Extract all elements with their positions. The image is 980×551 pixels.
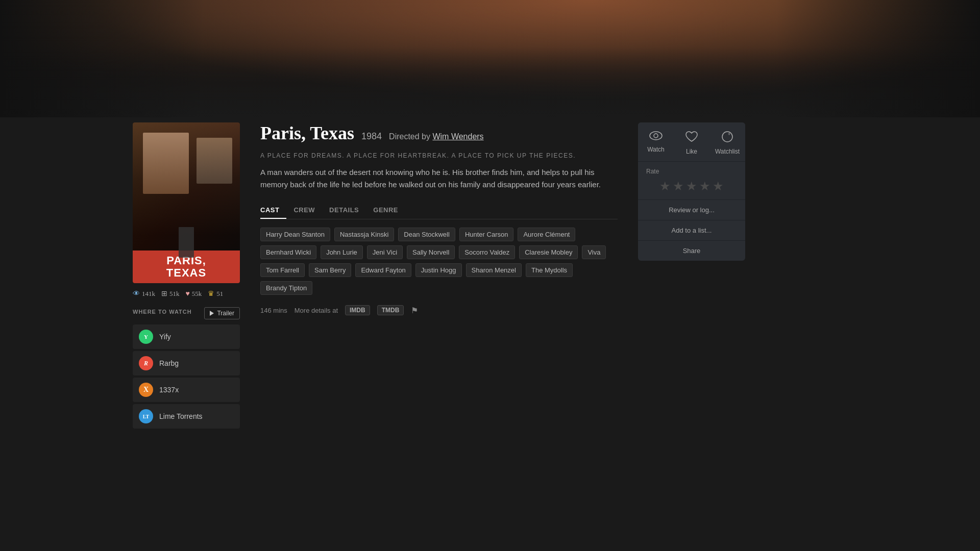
star-3[interactable]: ★ bbox=[686, 179, 697, 193]
cast-tags: Harry Dean Stanton Nastassja Kinski Dean… bbox=[260, 228, 618, 295]
cast-tag[interactable]: Dean Stockwell bbox=[398, 228, 455, 241]
watch-button[interactable]: Watch bbox=[638, 122, 674, 161]
stats-bar: 👁 141k ⊞ 51k ♥ 55k ♛ 51 bbox=[133, 289, 240, 298]
like-count: ♥ 55k bbox=[186, 290, 202, 298]
directed-by: Directed by Wim Wenders bbox=[389, 132, 484, 141]
share-button[interactable]: Share bbox=[638, 241, 745, 261]
svg-point-2 bbox=[722, 132, 732, 142]
star-4[interactable]: ★ bbox=[699, 179, 710, 193]
right-column: Watch Like + bbox=[638, 122, 745, 551]
cast-tag[interactable]: The Mydolls bbox=[526, 263, 573, 277]
watch-icon bbox=[649, 131, 663, 143]
flag-icon[interactable]: ⚑ bbox=[411, 306, 418, 315]
yify-name: Yify bbox=[159, 333, 171, 341]
lime-logo: LT bbox=[139, 409, 153, 423]
movie-year: 1984 bbox=[361, 131, 382, 142]
review-button[interactable]: Review or log... bbox=[638, 200, 745, 220]
svg-point-0 bbox=[650, 132, 662, 140]
watchlist-button[interactable]: + Watchlist bbox=[709, 122, 745, 161]
watch-count: 👁 141k bbox=[133, 290, 155, 298]
cast-tag[interactable]: Socorro Valdez bbox=[459, 245, 515, 259]
tab-cast[interactable]: CAST bbox=[260, 203, 286, 219]
rarbg-logo: R bbox=[139, 356, 153, 370]
watch-label: Watch bbox=[647, 146, 665, 153]
watchlist-icon: + bbox=[721, 131, 734, 145]
cast-tag[interactable]: Sally Norvell bbox=[407, 245, 455, 259]
cast-tag[interactable]: Claresie Mobley bbox=[519, 245, 578, 259]
cast-tag[interactable]: Harry Dean Stanton bbox=[260, 228, 330, 241]
eye-icon: 👁 bbox=[133, 290, 140, 298]
tmdb-badge[interactable]: TMDB bbox=[377, 305, 404, 315]
movie-poster: PARIS, TEXAS bbox=[133, 122, 240, 283]
action-buttons-row: Watch Like + bbox=[638, 122, 745, 162]
like-icon bbox=[685, 131, 698, 145]
cast-tag[interactable]: Hunter Carson bbox=[459, 228, 514, 241]
grid-icon: ⊞ bbox=[161, 289, 167, 298]
1337x-logo: X bbox=[139, 383, 153, 397]
cast-tag[interactable]: Jeni Vici bbox=[367, 245, 403, 259]
star-1[interactable]: ★ bbox=[659, 179, 671, 193]
service-lime[interactable]: LT Lime Torrents bbox=[133, 404, 240, 429]
runtime: 146 mins bbox=[260, 307, 287, 314]
main-content: PARIS, TEXAS 👁 141k ⊞ 51k ♥ 55k ♛ 51 bbox=[0, 122, 980, 551]
title-row: Paris, Texas 1984 Directed by Wim Wender… bbox=[260, 122, 618, 144]
svg-text:+: + bbox=[728, 132, 730, 137]
where-to-watch-section: WHERE TO WATCH Trailer Y Yify R Rarbg X … bbox=[133, 308, 240, 429]
fan-count: ♛ 51 bbox=[208, 289, 223, 298]
cast-tag[interactable]: Sharon Menzel bbox=[466, 263, 522, 277]
rarbg-name: Rarbg bbox=[159, 359, 179, 367]
where-header: WHERE TO WATCH Trailer bbox=[133, 308, 240, 319]
cast-tag[interactable]: Tom Farrell bbox=[260, 263, 305, 277]
tab-crew[interactable]: CREW bbox=[293, 203, 322, 219]
trailer-button[interactable]: Trailer bbox=[204, 307, 240, 319]
movie-meta: 146 mins More details at IMDB TMDB ⚑ bbox=[260, 305, 618, 315]
where-label: WHERE TO WATCH bbox=[133, 309, 192, 315]
cast-tag[interactable]: Brandy Tipton bbox=[260, 281, 312, 295]
poster-image: PARIS, TEXAS bbox=[133, 122, 240, 283]
service-1337x[interactable]: X 1337x bbox=[133, 378, 240, 402]
cast-tag[interactable]: Aurore Clément bbox=[518, 228, 575, 241]
svg-point-1 bbox=[654, 134, 658, 138]
more-details-label: More details at bbox=[295, 307, 338, 314]
movie-title: Paris, Texas bbox=[260, 122, 354, 144]
watchlist-label: Watchlist bbox=[715, 148, 740, 155]
cast-tag[interactable]: Justin Hogg bbox=[415, 263, 462, 277]
tab-genre[interactable]: GENRE bbox=[373, 203, 405, 219]
tagline: A PLACE FOR DREAMS. A PLACE FOR HEARTBRE… bbox=[260, 152, 618, 159]
cast-tag[interactable]: Nastassja Kinski bbox=[334, 228, 394, 241]
side-overlay-right bbox=[776, 0, 980, 117]
rate-section: Rate ★ ★ ★ ★ ★ bbox=[638, 162, 745, 200]
side-overlay-left bbox=[0, 0, 204, 117]
heart-icon: ♥ bbox=[186, 290, 190, 298]
director-link[interactable]: Wim Wenders bbox=[432, 132, 483, 141]
star-5[interactable]: ★ bbox=[713, 179, 724, 193]
cast-tag[interactable]: Viva bbox=[582, 245, 606, 259]
service-yify[interactable]: Y Yify bbox=[133, 324, 240, 349]
cast-tag[interactable]: Bernhard Wicki bbox=[260, 245, 316, 259]
lime-name: Lime Torrents bbox=[159, 412, 203, 420]
yify-logo: Y bbox=[139, 330, 153, 344]
1337x-name: 1337x bbox=[159, 386, 179, 394]
crown-icon: ♛ bbox=[208, 289, 214, 298]
star-2[interactable]: ★ bbox=[673, 179, 684, 193]
cast-tag[interactable]: Edward Fayton bbox=[355, 263, 411, 277]
cast-tag[interactable]: John Lurie bbox=[321, 245, 363, 259]
play-icon bbox=[210, 311, 214, 316]
left-column: PARIS, TEXAS 👁 141k ⊞ 51k ♥ 55k ♛ 51 bbox=[133, 122, 240, 551]
synopsis: A man wanders out of the desert not know… bbox=[260, 166, 618, 191]
middle-column: Paris, Texas 1984 Directed by Wim Wender… bbox=[260, 122, 618, 551]
like-button[interactable]: Like bbox=[674, 122, 709, 161]
imdb-badge[interactable]: IMDB bbox=[345, 305, 370, 315]
tab-details[interactable]: DETAILS bbox=[329, 203, 366, 219]
action-panel: Watch Like + bbox=[638, 122, 745, 261]
list-count: ⊞ 51k bbox=[161, 289, 180, 298]
add-to-list-button[interactable]: Add to a list... bbox=[638, 220, 745, 241]
rate-label: Rate bbox=[646, 168, 737, 175]
stars-row: ★ ★ ★ ★ ★ bbox=[646, 179, 737, 193]
cast-tag[interactable]: Sam Berry bbox=[309, 263, 351, 277]
like-label: Like bbox=[686, 148, 697, 155]
service-rarbg[interactable]: R Rarbg bbox=[133, 351, 240, 375]
tabs-row: CAST CREW DETAILS GENRE bbox=[260, 203, 618, 219]
